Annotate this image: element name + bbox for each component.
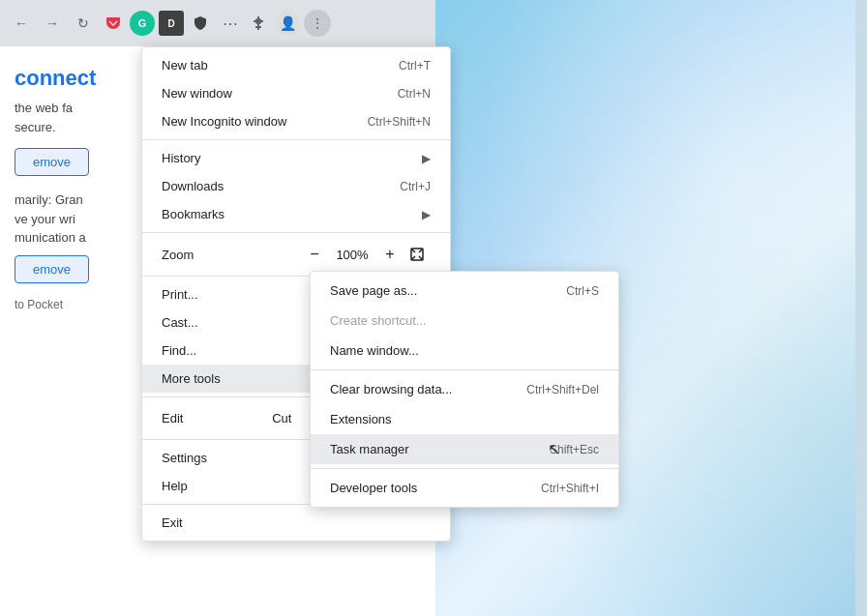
refresh-button[interactable]: ↻ xyxy=(70,10,97,37)
submenu-task-manager[interactable]: Task manager Shift+Esc ↖ xyxy=(311,434,618,464)
submenu-create-shortcut[interactable]: Create shortcut... xyxy=(311,306,618,336)
page-button-2[interactable]: emove xyxy=(15,255,89,283)
menu-item-exit[interactable]: Exit xyxy=(142,509,450,537)
zoom-control-row: Zoom − 100% + xyxy=(142,237,450,272)
more-tools-submenu: Save page as... Ctrl+S Create shortcut..… xyxy=(310,271,619,508)
submenu-dev-tools[interactable]: Developer tools Ctrl+Shift+I xyxy=(311,473,618,503)
cursor-indicator: ↖ xyxy=(548,440,560,458)
shield-extension-icon[interactable] xyxy=(188,11,213,36)
submenu-name-window[interactable]: Name window... xyxy=(311,336,618,366)
menu-item-incognito[interactable]: New Incognito window Ctrl+Shift+N xyxy=(142,107,450,135)
grammarly-extension-icon[interactable]: G xyxy=(130,11,155,36)
zoom-out-button[interactable]: − xyxy=(301,241,328,268)
separator-2 xyxy=(142,232,450,233)
submenu-extensions[interactable]: Extensions xyxy=(311,404,618,434)
menu-item-downloads[interactable]: Downloads Ctrl+J xyxy=(142,172,450,200)
separator-1 xyxy=(142,139,450,140)
taskbar-strip xyxy=(855,0,867,616)
submenu-clear-browsing[interactable]: Clear browsing data... Ctrl+Shift+Del xyxy=(311,374,618,404)
extensions-button[interactable] xyxy=(246,11,271,36)
edit-label: Edit xyxy=(162,411,256,425)
zoom-value: 100% xyxy=(328,248,376,262)
menu-item-history[interactable]: History ▶ xyxy=(142,144,450,172)
cut-button[interactable]: Cut xyxy=(256,407,307,429)
fullscreen-button[interactable] xyxy=(404,241,431,268)
profile-button[interactable]: 👤 xyxy=(275,11,300,36)
menu-item-new-tab[interactable]: New tab Ctrl+T xyxy=(142,51,450,79)
chrome-toolbar: ← → ↻ G D ⋯ 👤 ⋮ xyxy=(0,0,435,46)
page-button-1[interactable]: emove xyxy=(15,148,89,176)
zoom-in-button[interactable]: + xyxy=(376,241,404,268)
zoom-label: Zoom xyxy=(162,248,301,262)
pocket-extension-icon[interactable] xyxy=(101,11,126,36)
back-button[interactable]: ← xyxy=(8,10,35,37)
menu-item-bookmarks[interactable]: Bookmarks ▶ xyxy=(142,200,450,228)
submenu-separator-2 xyxy=(311,468,618,469)
submenu-save-page[interactable]: Save page as... Ctrl+S xyxy=(311,276,618,306)
submenu-separator-1 xyxy=(311,369,618,370)
dark-reader-icon[interactable]: D xyxy=(159,11,184,36)
forward-button[interactable]: → xyxy=(39,10,66,37)
extensions-overflow-icon[interactable]: ⋯ xyxy=(217,11,242,36)
menu-item-new-window[interactable]: New window Ctrl+N xyxy=(142,79,450,107)
chrome-menu-button[interactable]: ⋮ xyxy=(304,10,331,37)
